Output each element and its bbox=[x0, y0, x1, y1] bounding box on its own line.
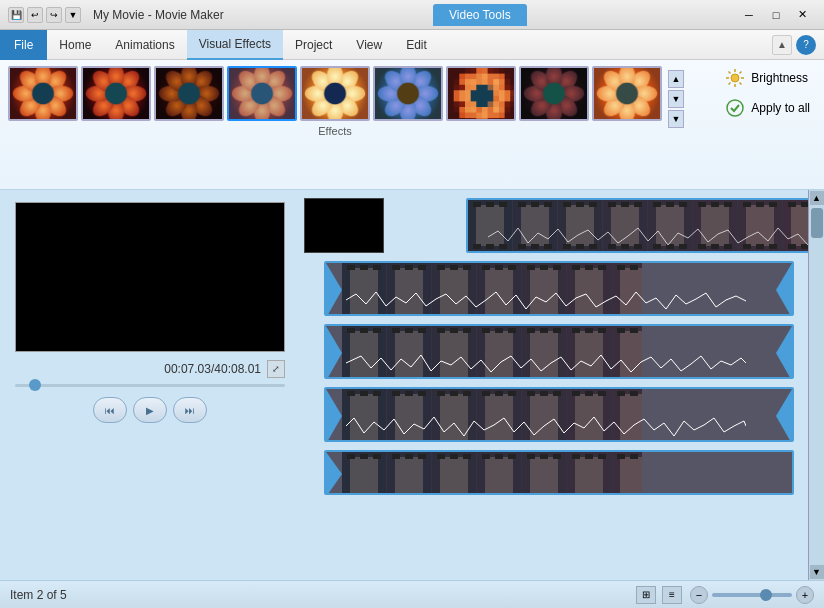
video-tools-tab: Video Tools bbox=[433, 4, 527, 26]
ribbon-actions: Brightness Apply to all bbox=[719, 66, 816, 120]
slider-thumb[interactable] bbox=[29, 379, 41, 391]
waveform-2 bbox=[346, 288, 746, 312]
effect-thumb-4[interactable] bbox=[227, 66, 297, 121]
help-icon[interactable]: ? bbox=[796, 35, 816, 55]
timeline-icon[interactable]: ≡ bbox=[662, 586, 682, 604]
status-text: Item 2 of 5 bbox=[10, 588, 67, 602]
ribbon: Effects ▲ ▼ ▼ Brightness bbox=[0, 60, 824, 190]
effect-thumb-6[interactable] bbox=[373, 66, 443, 121]
quick-access-save[interactable]: 💾 bbox=[8, 7, 24, 23]
zoom-out-btn[interactable]: − bbox=[690, 586, 708, 604]
scroll-expand-btn[interactable]: ▼ bbox=[668, 110, 684, 128]
quick-access-more[interactable]: ▼ bbox=[65, 7, 81, 23]
scroll-thumb[interactable] bbox=[811, 208, 823, 238]
clip-row-3 bbox=[304, 324, 804, 379]
clip-strip-4[interactable] bbox=[324, 387, 794, 442]
vertical-scrollbar[interactable]: ▲ ▼ bbox=[808, 190, 824, 580]
preview-panel: 00:07.03/40:08.01 ⤢ ⏮ ▶ ⏭ bbox=[0, 190, 300, 580]
playback-slider[interactable] bbox=[15, 384, 285, 387]
effects-strip bbox=[8, 66, 662, 121]
clip-left-arrow bbox=[326, 263, 342, 316]
clip-strip-1[interactable] bbox=[466, 198, 824, 253]
svg-line-8 bbox=[729, 83, 731, 85]
status-bar: Item 2 of 5 ⊞ ≡ − + bbox=[0, 580, 824, 608]
effect-thumb-9[interactable] bbox=[592, 66, 662, 121]
svg-line-7 bbox=[740, 72, 742, 74]
quick-access-redo[interactable]: ↪ bbox=[46, 7, 62, 23]
visual-effects-menu[interactable]: Visual Effects bbox=[187, 30, 283, 60]
effect-thumb-2[interactable] bbox=[81, 66, 151, 121]
scroll-down-btn[interactable]: ▼ bbox=[668, 90, 684, 108]
timeline-panel[interactable] bbox=[300, 190, 824, 580]
edit-menu[interactable]: Edit bbox=[394, 30, 439, 60]
svg-line-6 bbox=[740, 83, 742, 85]
quick-access-undo[interactable]: ↩ bbox=[27, 7, 43, 23]
animations-menu[interactable]: Animations bbox=[103, 30, 186, 60]
brightness-icon bbox=[725, 68, 745, 88]
svg-point-0 bbox=[731, 74, 739, 82]
brightness-button[interactable]: Brightness bbox=[719, 66, 816, 90]
play-button[interactable]: ▶ bbox=[133, 397, 167, 423]
clip-strip-3[interactable] bbox=[324, 324, 794, 379]
zoom-slider[interactable] bbox=[712, 593, 792, 597]
clip-row-5 bbox=[304, 450, 804, 505]
scroll-up-arrow[interactable]: ▲ bbox=[810, 191, 824, 205]
effect-thumb-3[interactable] bbox=[154, 66, 224, 121]
view-menu[interactable]: View bbox=[344, 30, 394, 60]
storyboard-icon[interactable]: ⊞ bbox=[636, 586, 656, 604]
effect-thumb-7[interactable] bbox=[446, 66, 516, 121]
waveform-4 bbox=[346, 414, 746, 438]
close-button[interactable]: ✕ bbox=[790, 5, 816, 25]
clip-row-1 bbox=[304, 198, 804, 253]
zoom-in-btn[interactable]: + bbox=[796, 586, 814, 604]
zoom-slider-thumb[interactable] bbox=[760, 589, 772, 601]
effect-thumb-1[interactable] bbox=[8, 66, 78, 121]
waveform-3 bbox=[346, 351, 746, 375]
preview-screen bbox=[15, 202, 285, 352]
forward-button[interactable]: ⏭ bbox=[173, 397, 207, 423]
app-title: My Movie - Movie Maker bbox=[93, 8, 224, 22]
scroll-track bbox=[809, 206, 824, 564]
ribbon-scroll: ▲ ▼ ▼ bbox=[668, 70, 684, 128]
clip-right-arrow-2 bbox=[776, 263, 792, 316]
apply-to-all-label: Apply to all bbox=[751, 101, 810, 115]
clip-strip-5[interactable] bbox=[324, 450, 794, 495]
full-screen-icon[interactable]: ⤢ bbox=[267, 360, 285, 378]
clip-row-4 bbox=[304, 387, 804, 442]
rewind-button[interactable]: ⏮ bbox=[93, 397, 127, 423]
effect-thumb-8[interactable] bbox=[519, 66, 589, 121]
svg-point-9 bbox=[727, 100, 743, 116]
restore-button[interactable]: □ bbox=[763, 5, 789, 25]
timecode: 00:07.03/40:08.01 ⤢ bbox=[15, 360, 285, 378]
black-leader bbox=[304, 198, 384, 253]
file-menu[interactable]: File bbox=[0, 30, 47, 60]
apply-to-all-icon bbox=[725, 98, 745, 118]
clip-strip-2[interactable] bbox=[324, 261, 794, 316]
clip-row-2 bbox=[304, 261, 804, 316]
slider-track[interactable] bbox=[15, 384, 285, 387]
effect-thumb-5[interactable] bbox=[300, 66, 370, 121]
waveform-1 bbox=[488, 223, 824, 251]
effects-label: Effects bbox=[8, 125, 662, 137]
playback-controls: ⏮ ▶ ⏭ bbox=[93, 397, 207, 423]
collapse-ribbon-icon[interactable]: ▲ bbox=[772, 35, 792, 55]
scroll-down-arrow[interactable]: ▼ bbox=[810, 565, 824, 579]
timeline-area: ▲ ▼ bbox=[300, 190, 824, 580]
project-menu[interactable]: Project bbox=[283, 30, 344, 60]
scroll-up-btn[interactable]: ▲ bbox=[668, 70, 684, 88]
svg-line-5 bbox=[729, 72, 731, 74]
menu-bar: File Home Animations Visual Effects Proj… bbox=[0, 30, 824, 60]
home-menu[interactable]: Home bbox=[47, 30, 103, 60]
brightness-label: Brightness bbox=[751, 71, 808, 85]
title-bar: 💾 ↩ ↪ ▼ My Movie - Movie Maker Video Too… bbox=[0, 0, 824, 30]
zoom-controls: − + bbox=[690, 586, 814, 604]
apply-to-all-button[interactable]: Apply to all bbox=[719, 96, 816, 120]
minimize-button[interactable]: ─ bbox=[736, 5, 762, 25]
